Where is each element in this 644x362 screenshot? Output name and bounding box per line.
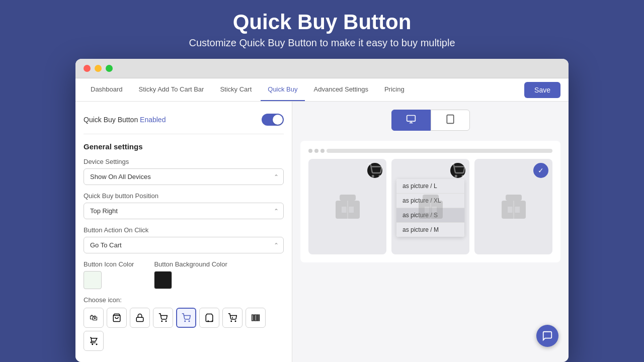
icon-grid: 🛍 bbox=[84, 308, 284, 351]
nav-quick-buy[interactable]: Quick Buy bbox=[261, 78, 304, 101]
svg-rect-40 bbox=[515, 207, 520, 213]
svg-rect-13 bbox=[255, 315, 256, 321]
svg-rect-32 bbox=[423, 195, 439, 201]
page-title: Quick Buy Button bbox=[189, 10, 455, 34]
svg-rect-34 bbox=[425, 207, 430, 213]
page-header: Quick Buy Button Customize Quick Buy But… bbox=[189, 10, 455, 49]
svg-point-5 bbox=[189, 321, 190, 322]
nav-dashboard[interactable]: Dashboard bbox=[84, 78, 130, 101]
choose-icon-label: Choose icon: bbox=[84, 296, 284, 304]
svg-rect-12 bbox=[254, 315, 255, 321]
nav-advanced-settings[interactable]: Advanced Settings bbox=[307, 78, 375, 101]
icon-cart-1[interactable] bbox=[153, 308, 173, 328]
tablet-btn[interactable] bbox=[431, 110, 470, 131]
product-grid: as picture / L as picture / XL as pictur… bbox=[308, 159, 552, 254]
icon-barcode[interactable] bbox=[246, 308, 266, 328]
svg-point-2 bbox=[162, 321, 163, 322]
preview-dot-2 bbox=[314, 149, 318, 153]
svg-point-17 bbox=[96, 344, 97, 345]
product-card-1 bbox=[308, 159, 386, 254]
bg-color-swatch[interactable] bbox=[154, 271, 172, 289]
titlebar bbox=[75, 59, 569, 78]
icon-cart-2[interactable] bbox=[176, 308, 196, 328]
icon-shopping-bag[interactable] bbox=[107, 308, 127, 328]
icon-color-swatch[interactable] bbox=[84, 271, 102, 289]
position-label: Quick Buy button Position bbox=[84, 192, 284, 200]
enable-toggle[interactable] bbox=[262, 114, 284, 126]
svg-point-3 bbox=[166, 321, 167, 322]
icon-cart-4[interactable] bbox=[222, 308, 243, 328]
svg-rect-37 bbox=[506, 195, 522, 201]
section-title: General settings bbox=[84, 142, 284, 151]
minimize-dot[interactable] bbox=[95, 65, 102, 72]
product-card-2: as picture / L as picture / XL as pictur… bbox=[391, 159, 469, 254]
action-label: Button Action On Click bbox=[84, 226, 284, 234]
icon-color-field: Button Icon Color bbox=[84, 260, 134, 289]
icon-color-label: Button Icon Color bbox=[84, 260, 134, 268]
action-wrapper: Go To Cart Open Cart Drawer Open Product… bbox=[84, 237, 284, 253]
svg-rect-14 bbox=[257, 315, 258, 321]
svg-point-6 bbox=[208, 321, 209, 322]
cart-badge-2[interactable] bbox=[450, 163, 465, 178]
check-badge[interactable]: ✓ bbox=[533, 163, 548, 178]
action-select[interactable]: Go To Cart Open Cart Drawer Open Product… bbox=[84, 237, 284, 253]
svg-point-31 bbox=[462, 175, 464, 177]
svg-point-30 bbox=[455, 175, 457, 177]
preview-bar bbox=[327, 149, 552, 153]
chat-button[interactable] bbox=[536, 325, 558, 347]
svg-rect-25 bbox=[340, 195, 356, 201]
desktop-btn[interactable] bbox=[391, 110, 431, 131]
nav-sticky-cart[interactable]: Sticky Cart bbox=[213, 78, 259, 101]
left-panel: Quick Buy Button Enabled General setting… bbox=[75, 102, 292, 362]
bg-color-label: Button Background Color bbox=[154, 260, 227, 268]
icon-lock[interactable] bbox=[130, 308, 150, 328]
preview-area: as picture / L as picture / XL as pictur… bbox=[300, 141, 560, 262]
page-subtitle: Customize Quick Buy Button to make it ea… bbox=[189, 37, 455, 49]
preview-dot-1 bbox=[308, 149, 312, 153]
product-image-3 bbox=[494, 187, 534, 227]
close-dot[interactable] bbox=[84, 65, 91, 72]
svg-point-9 bbox=[235, 321, 236, 322]
nav-pricing[interactable]: Pricing bbox=[377, 78, 412, 101]
svg-rect-15 bbox=[259, 315, 260, 321]
cart-badge-1[interactable] bbox=[367, 163, 382, 178]
svg-rect-28 bbox=[349, 207, 354, 213]
svg-rect-39 bbox=[508, 207, 513, 213]
svg-point-23 bbox=[372, 175, 374, 177]
svg-point-8 bbox=[231, 321, 232, 322]
maximize-dot[interactable] bbox=[106, 65, 113, 72]
device-toggle bbox=[391, 110, 470, 131]
svg-point-7 bbox=[212, 321, 213, 322]
device-settings-label: Device Settings bbox=[84, 158, 284, 165]
product-image-1 bbox=[328, 187, 368, 227]
device-settings-select[interactable]: Show On All Devices Desktop Only Mobile … bbox=[84, 168, 284, 185]
svg-rect-35 bbox=[432, 207, 437, 213]
svg-rect-18 bbox=[407, 116, 415, 122]
preview-dots bbox=[308, 149, 552, 153]
save-button[interactable]: Save bbox=[524, 82, 560, 98]
svg-point-16 bbox=[92, 344, 93, 345]
icon-cart-3[interactable] bbox=[199, 308, 219, 328]
color-row: Button Icon Color Button Background Colo… bbox=[84, 260, 284, 289]
svg-rect-11 bbox=[252, 315, 253, 321]
preview-dot-3 bbox=[320, 149, 325, 153]
device-settings-wrapper: Show On All Devices Desktop Only Mobile … bbox=[84, 168, 284, 185]
main-content: Quick Buy Button Enabled General setting… bbox=[75, 102, 569, 362]
icon-cart-5[interactable] bbox=[84, 331, 104, 351]
enable-toggle-row: Quick Buy Button Enabled bbox=[84, 110, 284, 134]
nav-bar: Dashboard Sticky Add To Cart Bar Sticky … bbox=[75, 78, 569, 102]
position-wrapper: Top Right Top Left Bottom Right Bottom L… bbox=[84, 203, 284, 219]
product-card-3: ✓ bbox=[474, 159, 552, 254]
position-select[interactable]: Top Right Top Left Bottom Right Bottom L… bbox=[84, 203, 284, 219]
icon-bag[interactable]: 🛍 bbox=[84, 308, 104, 328]
svg-point-4 bbox=[185, 321, 186, 322]
right-panel: as picture / L as picture / XL as pictur… bbox=[292, 102, 569, 362]
toggle-label: Quick Buy Button Enabled bbox=[84, 116, 166, 124]
bg-color-field: Button Background Color bbox=[154, 260, 227, 289]
app-window: Dashboard Sticky Add To Cart Bar Sticky … bbox=[75, 59, 569, 362]
svg-rect-27 bbox=[342, 207, 347, 213]
nav-sticky-add-to-cart[interactable]: Sticky Add To Cart Bar bbox=[132, 78, 211, 101]
svg-rect-1 bbox=[136, 317, 143, 321]
svg-point-24 bbox=[379, 175, 381, 177]
product-image-2 bbox=[411, 187, 451, 227]
